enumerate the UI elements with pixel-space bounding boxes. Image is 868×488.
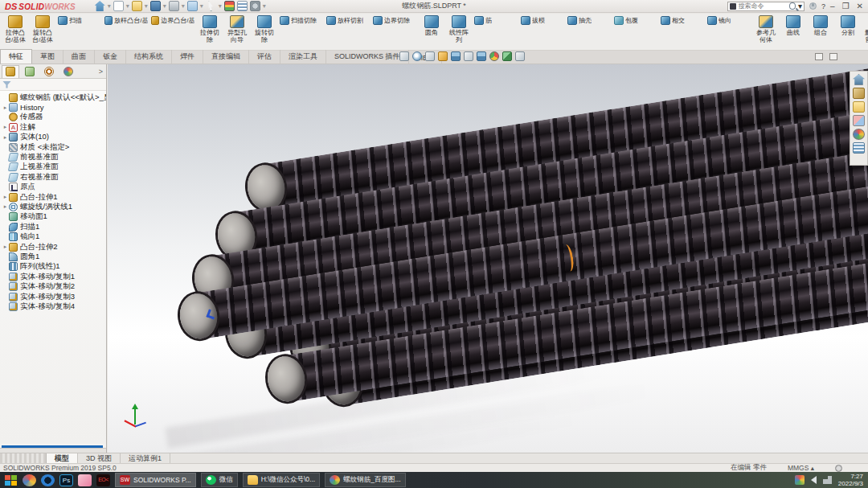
filter-funnel-icon[interactable] bbox=[2, 81, 11, 88]
design-library-icon[interactable] bbox=[853, 88, 865, 99]
ribbon-button[interactable]: 边界切除 bbox=[371, 14, 418, 27]
command-tab[interactable]: 结构系统 bbox=[126, 50, 172, 64]
display-style-icon[interactable] bbox=[464, 51, 473, 61]
tree-item[interactable]: 材质 <未指定> bbox=[2, 142, 106, 152]
expand-arrow-icon[interactable]: ▸ bbox=[2, 194, 9, 200]
taskpane-home-icon[interactable] bbox=[853, 74, 865, 85]
tree-item[interactable]: 上视基准面 bbox=[2, 162, 106, 172]
command-tab[interactable]: 焊件 bbox=[172, 50, 203, 64]
taskbar-window-button[interactable]: 螺纹钢筋_百度图... bbox=[325, 473, 405, 487]
expand-arrow-icon[interactable]: ▸ bbox=[2, 244, 9, 250]
panel-tab[interactable] bbox=[2, 65, 19, 78]
close-button[interactable]: ✕ bbox=[857, 2, 863, 10]
tree-item[interactable]: 实体-移动/复制2 bbox=[2, 281, 106, 291]
ribbon-button[interactable]: 圆角 bbox=[418, 14, 445, 49]
section-view-icon[interactable] bbox=[438, 51, 448, 61]
command-tab[interactable]: 曲面 bbox=[63, 50, 95, 64]
help-button[interactable]: ? bbox=[821, 2, 825, 10]
ribbon-button[interactable]: 扫描 bbox=[56, 14, 103, 27]
previous-view-icon[interactable] bbox=[425, 51, 435, 61]
globe-status-icon[interactable] bbox=[835, 465, 842, 472]
tab-bar-splitter[interactable] bbox=[0, 453, 47, 463]
ribbon-button[interactable]: 旋转切除 bbox=[251, 14, 278, 49]
ribbon-button[interactable]: 镜向 bbox=[706, 14, 752, 27]
tree-item[interactable]: 扫描1 bbox=[2, 222, 106, 232]
tree-item[interactable]: 前视基准面 bbox=[2, 152, 106, 162]
ribbon-button[interactable]: 放样凸台/基体 bbox=[103, 14, 149, 27]
document-tab[interactable]: 模型 bbox=[47, 453, 78, 463]
tree-item[interactable]: 右视基准面 bbox=[2, 172, 106, 182]
taskbar-window-button[interactable]: H:\微信公众号\0... bbox=[243, 473, 321, 487]
rebuild-traffic-light-icon[interactable] bbox=[224, 1, 235, 11]
tree-item[interactable]: ▸ 凸台-拉伸2 bbox=[2, 242, 106, 252]
login-avatar-icon[interactable] bbox=[809, 2, 817, 10]
undo-icon[interactable] bbox=[187, 1, 198, 11]
start-button[interactable] bbox=[3, 474, 18, 486]
apply-scene-icon[interactable] bbox=[502, 51, 512, 61]
expand-arrow-icon[interactable]: ▸ bbox=[2, 124, 9, 130]
expand-arrow-icon[interactable]: ▸ bbox=[2, 134, 9, 141]
eoc-app-icon[interactable] bbox=[96, 474, 110, 486]
blue-ring-app-icon[interactable] bbox=[41, 474, 55, 486]
search-icon[interactable] bbox=[789, 2, 796, 10]
panel-tab[interactable] bbox=[40, 65, 58, 78]
document-tab[interactable]: 运动算例1 bbox=[121, 453, 170, 463]
tree-item[interactable]: 实体-移动/复制1 bbox=[2, 272, 106, 281]
print-icon[interactable] bbox=[169, 1, 179, 11]
tree-item[interactable]: 移动面1 bbox=[2, 212, 106, 222]
graphics-viewport[interactable] bbox=[108, 64, 868, 453]
ribbon-button[interactable]: 组合 bbox=[807, 14, 834, 49]
network-icon[interactable] bbox=[823, 476, 832, 484]
pink-app-icon[interactable] bbox=[78, 474, 92, 486]
ribbon-button[interactable]: 边界凸台/基体 bbox=[149, 14, 196, 27]
units-selector[interactable]: MMGS ▴ bbox=[788, 464, 814, 472]
ribbon-button[interactable]: 线性阵列 bbox=[445, 14, 473, 49]
ribbon-button[interactable]: 拔模 bbox=[519, 14, 566, 27]
file-properties-icon[interactable] bbox=[237, 1, 248, 11]
taskbar-window-button[interactable]: 微信 bbox=[201, 473, 238, 487]
command-tab[interactable]: 特征 bbox=[0, 49, 32, 64]
ribbon-button[interactable]: 拉伸凸台/基体 bbox=[2, 14, 29, 49]
split-pane-icon[interactable] bbox=[815, 53, 823, 60]
tree-item[interactable]: 阵列(线性)1 bbox=[2, 262, 106, 272]
command-search[interactable]: ▾ bbox=[727, 2, 805, 11]
ime-icon[interactable] bbox=[795, 475, 805, 485]
ribbon-button[interactable]: 曲线 bbox=[780, 14, 807, 49]
select-cursor-icon[interactable] bbox=[206, 1, 216, 11]
command-tab[interactable]: 草图 bbox=[32, 50, 63, 64]
tree-item[interactable]: 原点 bbox=[2, 182, 106, 192]
panel-expand-chevron[interactable]: > bbox=[99, 68, 106, 76]
command-tab[interactable]: 评估 bbox=[249, 50, 280, 64]
ribbon-button[interactable]: 参考几何体 bbox=[752, 14, 780, 49]
ribbon-button[interactable]: 放样切割 bbox=[325, 14, 371, 27]
command-tab[interactable]: SOLIDWORKS 插件 bbox=[326, 50, 409, 64]
colorful-app-icon[interactable] bbox=[23, 474, 36, 486]
edit-appearance-icon[interactable] bbox=[489, 51, 499, 61]
ribbon-button[interactable]: 筋 bbox=[473, 14, 519, 27]
panel-tab[interactable] bbox=[59, 65, 77, 78]
search-input[interactable] bbox=[739, 2, 787, 10]
view-settings-icon[interactable] bbox=[515, 51, 525, 61]
home-icon[interactable] bbox=[95, 1, 105, 11]
appearances-scenes-icon[interactable] bbox=[853, 129, 865, 140]
hide-show-items-icon[interactable] bbox=[477, 51, 486, 61]
document-tab[interactable]: 3D 视图 bbox=[78, 453, 121, 463]
file-explorer-icon[interactable] bbox=[853, 101, 865, 113]
options-gear-icon[interactable] bbox=[250, 1, 260, 11]
tree-item[interactable]: 螺纹钢筋 (默认<<默认>_显示状态 1>) bbox=[2, 92, 106, 102]
ribbon-button[interactable]: 分割 bbox=[834, 14, 862, 49]
save-icon[interactable] bbox=[150, 1, 161, 11]
ribbon-button[interactable]: 相交 bbox=[659, 14, 706, 27]
tree-item[interactable]: 实体-移动/复制4 bbox=[2, 301, 106, 311]
view-palette-icon[interactable] bbox=[853, 115, 865, 126]
minimize-button[interactable]: – bbox=[830, 2, 835, 10]
new-file-icon[interactable] bbox=[113, 1, 124, 11]
split-pane-icon[interactable] bbox=[829, 53, 837, 60]
caret-icon[interactable]: ▾ bbox=[798, 2, 802, 10]
photoshop-icon[interactable] bbox=[59, 474, 73, 486]
tree-item[interactable]: 圆角1 bbox=[2, 252, 106, 261]
ribbon-button[interactable]: 包覆 bbox=[612, 14, 659, 27]
volume-icon[interactable] bbox=[811, 476, 817, 484]
tree-item[interactable]: ▸ 凸台-拉伸1 bbox=[2, 192, 106, 202]
command-tab[interactable]: 钣金 bbox=[95, 50, 126, 64]
